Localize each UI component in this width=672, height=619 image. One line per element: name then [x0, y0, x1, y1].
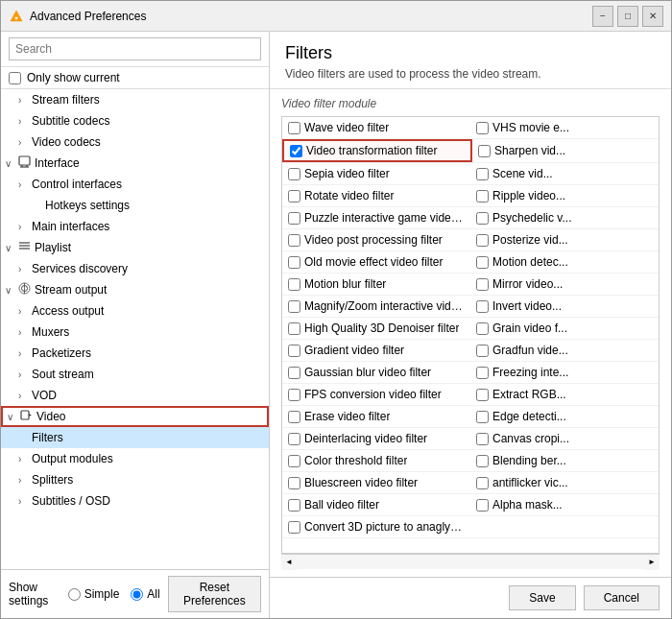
filter-label-right-13: Edge detecti... — [492, 410, 566, 423]
filter-checkbox-right-3[interactable] — [476, 190, 489, 202]
maximize-button[interactable]: □ — [617, 6, 638, 27]
filter-checkbox-left-5[interactable] — [288, 234, 300, 247]
sidebar-item-packetizers[interactable]: ›Packetizers — [1, 343, 269, 364]
tree-arrow-playlist: ∨ — [5, 243, 18, 253]
all-radio[interactable] — [131, 588, 143, 601]
filter-col-left-3: Rotate video filter — [282, 185, 470, 206]
table-row: Bluescreen video filterantiflicker vic..… — [282, 472, 659, 494]
only-show-current-checkbox[interactable] — [9, 72, 21, 84]
sidebar-item-access-output[interactable]: ›Access output — [1, 300, 269, 321]
sidebar-item-output-modules[interactable]: ›Output modules — [1, 448, 269, 469]
filter-col-right-7: Mirror video... — [470, 274, 659, 295]
filter-checkbox-right-16[interactable] — [476, 477, 489, 489]
filter-checkbox-right-1[interactable] — [478, 145, 491, 157]
filter-label-right-16: antiflicker vic... — [492, 476, 568, 489]
filter-label-left-10: Gradient video filter — [304, 344, 404, 357]
filter-checkbox-right-6[interactable] — [476, 256, 489, 269]
scroll-right-button[interactable]: ► — [644, 555, 660, 570]
filter-col-left-2: Sepia video filter — [282, 163, 470, 184]
filter-col-right-13: Edge detecti... — [470, 406, 659, 427]
sidebar-item-vod[interactable]: ›VOD — [1, 385, 269, 406]
show-settings-label: Show settings — [9, 581, 60, 607]
filter-checkbox-left-14[interactable] — [288, 433, 300, 445]
filter-checkbox-right-9[interactable] — [476, 322, 489, 335]
filter-checkbox-left-13[interactable] — [288, 411, 300, 423]
save-button[interactable]: Save — [509, 585, 575, 610]
sidebar-item-video-codecs[interactable]: ›Video codecs — [1, 131, 269, 153]
filter-checkbox-right-14[interactable] — [476, 433, 489, 445]
scroll-left-button[interactable]: ◄ — [281, 555, 297, 570]
filter-checkbox-left-8[interactable] — [288, 300, 300, 313]
tree-arrow-output-modules: › — [18, 454, 32, 464]
filter-col-left-13: Erase video filter — [282, 406, 470, 427]
simple-radio[interactable] — [68, 588, 81, 601]
filter-label-right-15: Blending ber... — [492, 454, 566, 467]
sidebar-item-control-interfaces[interactable]: ›Control interfaces — [1, 174, 269, 195]
filter-checkbox-left-15[interactable] — [288, 455, 300, 467]
filter-checkbox-left-4[interactable] — [288, 212, 300, 225]
sidebar-item-muxers[interactable]: ›Muxers — [1, 321, 269, 343]
sidebar-item-filters[interactable]: Filters — [1, 427, 269, 448]
sidebar-item-interface[interactable]: ∨Interface — [1, 153, 269, 174]
reset-preferences-button[interactable]: Reset Preferences — [168, 576, 261, 612]
filter-checkbox-left-3[interactable] — [288, 190, 300, 202]
filter-checkbox-right-15[interactable] — [476, 455, 489, 467]
close-button[interactable]: ✕ — [642, 6, 663, 27]
sidebar-item-splitters[interactable]: ›Splitters — [1, 469, 269, 490]
filter-checkbox-right-17[interactable] — [476, 499, 489, 512]
filter-checkbox-left-17[interactable] — [288, 499, 300, 512]
sidebar-item-services-discovery[interactable]: ›Services discovery — [1, 258, 269, 279]
tree-container[interactable]: ›Stream filters›Subtitle codecs›Video co… — [1, 89, 269, 569]
filter-checkbox-right-8[interactable] — [476, 300, 489, 313]
filter-checkbox-right-0[interactable] — [476, 122, 489, 134]
filter-label-right-11: Freezing inte... — [492, 366, 568, 379]
filter-col-right-14: Canvas cropi... — [470, 428, 659, 449]
filter-checkbox-left-12[interactable] — [288, 389, 300, 401]
tree-icon-playlist — [18, 240, 31, 255]
sidebar-item-stream-filters[interactable]: ›Stream filters — [1, 89, 269, 110]
filter-checkbox-left-0[interactable] — [288, 122, 300, 134]
filter-checkbox-right-4[interactable] — [476, 212, 489, 225]
all-radio-label[interactable]: All — [131, 587, 159, 601]
titlebar: Advanced Preferences − □ ✕ — [1, 1, 671, 32]
svg-marker-13 — [29, 414, 32, 417]
filter-checkbox-left-2[interactable] — [288, 168, 300, 180]
filter-col-right-15: Blending ber... — [470, 450, 659, 471]
sidebar-item-stream-output[interactable]: ∨Stream output — [1, 279, 269, 300]
sidebar-item-playlist[interactable]: ∨Playlist — [1, 237, 269, 258]
sidebar-item-hotkeys-settings[interactable]: Hotkeys settings — [1, 195, 269, 216]
filter-checkbox-left-7[interactable] — [288, 278, 300, 291]
cancel-button[interactable]: Cancel — [584, 585, 660, 610]
filter-checkbox-left-1[interactable] — [290, 145, 302, 157]
sidebar-item-subtitles-osd[interactable]: ›Subtitles / OSD — [1, 490, 269, 512]
filter-checkbox-left-11[interactable] — [288, 367, 300, 379]
tree-arrow-stream-output: ∨ — [5, 285, 18, 296]
filter-checkbox-left-18[interactable] — [288, 521, 300, 534]
filter-checkbox-left-9[interactable] — [288, 322, 300, 335]
filter-checkbox-right-13[interactable] — [476, 411, 489, 423]
filter-checkbox-right-11[interactable] — [476, 367, 489, 379]
filter-label-left-2: Sepia video filter — [304, 167, 390, 180]
filters-table-container[interactable]: Wave video filterVHS movie e...Video tra… — [281, 116, 660, 554]
filter-checkbox-left-6[interactable] — [288, 256, 300, 269]
filter-label-left-4: Puzzle interactive game video filter — [304, 211, 465, 225]
sidebar-item-subtitle-codecs[interactable]: ›Subtitle codecs — [1, 110, 269, 131]
tree-arrow-interface: ∨ — [5, 158, 18, 169]
sidebar-item-sout-stream[interactable]: ›Sout stream — [1, 364, 269, 385]
simple-radio-label[interactable]: Simple — [68, 587, 120, 601]
sidebar-item-label-muxers: Muxers — [32, 325, 69, 339]
all-label: All — [147, 587, 159, 601]
sidebar-item-video[interactable]: ∨Video — [1, 406, 269, 427]
minimize-button[interactable]: − — [592, 6, 613, 27]
filter-checkbox-right-5[interactable] — [476, 234, 489, 247]
filter-checkbox-right-7[interactable] — [476, 278, 489, 291]
filter-checkbox-right-12[interactable] — [476, 389, 489, 401]
filter-checkbox-left-16[interactable] — [288, 477, 300, 489]
sidebar-item-main-interfaces[interactable]: ›Main interfaces — [1, 216, 269, 237]
table-row: Video post processing filterPosterize vi… — [282, 229, 659, 251]
filter-checkbox-right-10[interactable] — [476, 345, 489, 357]
filter-checkbox-left-10[interactable] — [288, 345, 300, 357]
horizontal-scrollbar[interactable]: ◄ ► — [281, 554, 660, 569]
search-input[interactable] — [9, 37, 261, 60]
filter-checkbox-right-2[interactable] — [476, 168, 489, 180]
